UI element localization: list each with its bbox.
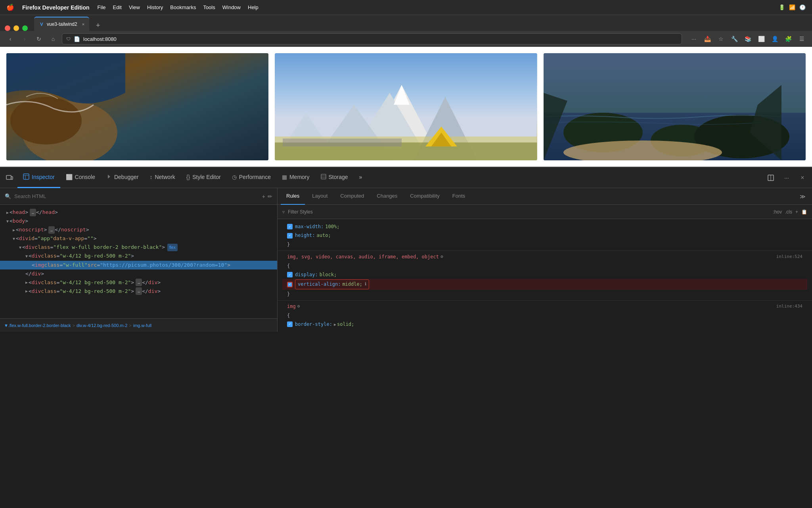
menu-edit[interactable]: Edit — [113, 4, 122, 10]
css-max-width-line[interactable]: ✓ max-width: 100%; — [282, 222, 807, 231]
split-panel-button[interactable] — [764, 171, 777, 184]
reload-button[interactable]: ↻ — [33, 33, 44, 44]
breadcrumb-inner-div[interactable]: div.w-4/12.bg-red-500.m-2 — [77, 323, 127, 328]
expand-noscript-arrow[interactable]: ▶ — [13, 227, 15, 233]
display-block-checkbox[interactable]: ✓ — [287, 272, 293, 277]
tab-label: vue3-tailwind2 — [47, 21, 77, 27]
selector-settings-icon[interactable]: ⚙ — [440, 253, 443, 261]
expand-head-arrow[interactable]: ▶ — [6, 209, 9, 216]
tree-noscript[interactable]: ▶ <noscript> … </noscript> — [0, 225, 277, 234]
storage-tab[interactable]: Storage — [315, 167, 354, 188]
border-style-checkbox[interactable]: ✓ — [287, 321, 293, 327]
tree-div-w4-3[interactable]: ▶ <div class="w-4/12 bg-red-500 m-2" > …… — [0, 287, 277, 296]
tab-changes[interactable]: Changes — [371, 188, 403, 205]
tab-computed[interactable]: Computed — [335, 188, 370, 205]
maximize-window-button[interactable] — [22, 25, 28, 31]
add-rule-button[interactable]: + — [795, 209, 798, 215]
close-devtools-button[interactable]: × — [796, 171, 809, 184]
tree-div-w4-1[interactable]: ▼ <div class="w-4/12 bg-red-500 m-2" > — [0, 252, 277, 260]
breadcrumb-flex-div[interactable]: ▼.flex.w-full.border-2.border-black — [4, 323, 71, 328]
css-display-block-line[interactable]: ✓ display: block; — [282, 270, 807, 279]
height-checkbox[interactable]: ✓ — [287, 233, 293, 239]
tree-body[interactable]: ▼ <body> — [0, 217, 277, 225]
debugger-tab[interactable]: Debugger — [101, 167, 144, 188]
extensions-button[interactable]: 🧩 — [783, 33, 794, 44]
css-selector-line-2[interactable]: img, svg, video, canvas, audio, iframe, … — [282, 252, 807, 261]
menu-help[interactable]: Help — [248, 4, 259, 10]
new-tab-button[interactable]: + — [92, 20, 103, 31]
expand-flex-arrow[interactable]: ▼ — [19, 244, 21, 251]
menu-window[interactable]: Window — [222, 4, 241, 10]
expand-w4-1-arrow[interactable]: ▼ — [25, 253, 28, 260]
performance-tab[interactable]: ◷ Performance — [226, 167, 276, 188]
network-tab[interactable]: ↕ Network — [144, 167, 180, 188]
back-button[interactable]: ‹ — [5, 33, 16, 44]
sidebar-button[interactable]: ⬜ — [756, 33, 767, 44]
menu-view[interactable]: View — [129, 4, 140, 10]
tree-close-div-1[interactable]: </div> — [0, 269, 277, 278]
pick-element-button[interactable]: ✏ — [268, 193, 272, 200]
tab-close-button[interactable]: × — [82, 22, 84, 27]
library-button[interactable]: 📚 — [742, 33, 753, 44]
tab-rules[interactable]: Rules — [281, 188, 305, 205]
tree-div-flex[interactable]: ▼ <div class="flex w-full border-2 borde… — [0, 243, 277, 252]
css-expand-button[interactable]: ≫ — [796, 190, 809, 203]
tree-head[interactable]: ▶ <head> … </head> — [0, 208, 277, 217]
css-border-style-line[interactable]: ✓ border-style: ▶ solid; — [282, 320, 807, 329]
max-width-checkbox[interactable]: ✓ — [287, 224, 293, 229]
more-button[interactable]: ··· — [688, 33, 699, 44]
expand-w4-2-arrow[interactable]: ▶ — [25, 279, 28, 286]
css-close-brace-1: } — [282, 240, 807, 249]
info-icon[interactable]: ℹ — [365, 281, 366, 288]
forward-button[interactable]: › — [19, 33, 30, 44]
menu-file[interactable]: File — [98, 4, 106, 10]
active-tab[interactable]: V vue3-tailwind2 × — [34, 17, 89, 31]
menu-button[interactable]: ☰ — [796, 33, 807, 44]
console-tab[interactable]: ⬜ Console — [60, 167, 101, 188]
add-node-button[interactable]: + — [262, 193, 265, 200]
copy-styles-button[interactable]: 📋 — [801, 209, 807, 215]
html-search-input[interactable] — [14, 193, 259, 199]
breadcrumb-img[interactable]: img.w-full — [133, 323, 151, 328]
style-editor-tab[interactable]: {} Style Editor — [181, 167, 226, 188]
selector-settings-icon-3[interactable]: ⚙ — [297, 303, 300, 310]
css-height-line[interactable]: ✓ height: auto; — [282, 231, 807, 240]
minimize-window-button[interactable] — [13, 25, 19, 31]
expand-app-arrow[interactable]: ▼ — [13, 235, 15, 242]
app-name: Firefox Developer Edition — [22, 4, 90, 11]
expand-w4-3-arrow[interactable]: ▶ — [25, 288, 28, 294]
menu-history[interactable]: History — [147, 4, 163, 10]
more-tools-button[interactable]: » — [354, 167, 368, 188]
browser-chrome: V vue3-tailwind2 × + ‹ › ↻ ⌂ 🛡 📄 localho… — [0, 15, 812, 47]
devtools-button[interactable]: 🔧 — [729, 33, 740, 44]
expand-body-arrow[interactable]: ▼ — [6, 218, 9, 225]
debugger-icon — [106, 174, 112, 181]
css-vertical-align-line[interactable]: ✓ vertical-align: middle; ℹ — [282, 279, 807, 289]
pseudo-cls-button[interactable]: .cls — [785, 209, 792, 215]
tree-div-app[interactable]: ▼ <div id="app" data-v-app="" > — [0, 234, 277, 243]
apple-menu[interactable]: 🍎 — [6, 4, 14, 11]
html-tree: ▶ <head> … </head> ▼ <body> ▶ <noscript>… — [0, 205, 277, 318]
css-selector-3: img — [287, 302, 296, 310]
memory-tab[interactable]: ▦ Memory — [276, 167, 315, 188]
bookmark-button[interactable]: ☆ — [715, 33, 726, 44]
performance-tab-label: Performance — [239, 174, 271, 180]
responsive-design-button[interactable] — [3, 171, 16, 184]
close-window-button[interactable] — [5, 25, 10, 31]
pseudo-hov-button[interactable]: :hov — [773, 209, 782, 215]
pocket-button[interactable]: 📥 — [702, 33, 713, 44]
account-button[interactable]: 👤 — [769, 33, 780, 44]
more-options-button[interactable]: ··· — [780, 171, 793, 184]
css-selector-line-3[interactable]: img ⚙ inline:434 — [282, 302, 807, 311]
tree-div-w4-2[interactable]: ▶ <div class="w-4/12 bg-red-500 m-2" > …… — [0, 278, 277, 287]
menu-tools[interactable]: Tools — [203, 4, 215, 10]
tree-img-selected[interactable]: <img class="w-full" src="https://picsum.… — [0, 261, 277, 269]
url-bar[interactable]: 🛡 📄 localhost:8080 — [62, 33, 682, 44]
home-button[interactable]: ⌂ — [48, 33, 59, 44]
inspector-tab[interactable]: Inspector — [17, 167, 60, 188]
menu-bookmarks[interactable]: Bookmarks — [170, 4, 196, 10]
tab-layout[interactable]: Layout — [306, 188, 333, 205]
tab-compatibility[interactable]: Compatibility — [404, 188, 445, 205]
tab-fonts[interactable]: Fonts — [447, 188, 471, 205]
vertical-align-checkbox[interactable]: ✓ — [287, 282, 293, 287]
